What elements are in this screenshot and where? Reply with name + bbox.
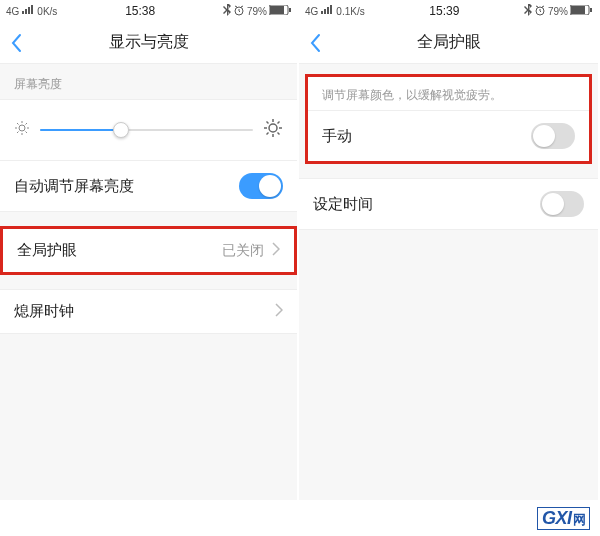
bluetooth-icon (223, 4, 231, 18)
sun-large-icon (263, 118, 283, 142)
eye-care-status: 已关闭 (222, 242, 264, 260)
net-speed: 0.1K/s (336, 6, 364, 17)
page-title: 显示与亮度 (109, 32, 189, 53)
net-type: 4G (305, 6, 318, 17)
auto-brightness-label: 自动调节屏幕亮度 (14, 177, 134, 196)
slider-thumb[interactable] (113, 122, 129, 138)
auto-brightness-row: 自动调节屏幕亮度 (0, 160, 297, 212)
watermark: GXI网 (537, 507, 590, 530)
manual-label: 手动 (322, 127, 352, 146)
svg-rect-3 (289, 8, 291, 12)
svg-line-19 (278, 133, 280, 135)
status-bar: 4G 0K/s 15:38 79% (0, 0, 297, 22)
svg-rect-24 (571, 6, 585, 14)
svg-point-13 (269, 124, 277, 132)
eye-care-row[interactable]: 全局护眼 已关闭 (0, 226, 297, 275)
net-speed: 0K/s (37, 6, 57, 17)
back-button[interactable] (10, 33, 22, 53)
svg-point-4 (19, 125, 25, 131)
page-title: 全局护眼 (417, 32, 481, 53)
svg-line-10 (26, 132, 28, 134)
schedule-label: 设定时间 (313, 195, 373, 214)
svg-line-20 (267, 133, 269, 135)
bluetooth-icon (524, 4, 532, 18)
alarm-icon (534, 4, 546, 18)
svg-line-21 (278, 122, 280, 124)
screen-clock-label: 熄屏时钟 (14, 302, 74, 321)
schedule-row: 设定时间 (299, 178, 598, 230)
chevron-right-icon (272, 242, 280, 259)
battery-icon (269, 5, 291, 17)
sun-small-icon (14, 120, 30, 140)
status-bar: 4G 0.1K/s 15:39 79% (299, 0, 598, 22)
auto-brightness-toggle[interactable] (239, 173, 283, 199)
brightness-section-label: 屏幕亮度 (0, 64, 297, 99)
alarm-icon (233, 4, 245, 18)
screen-clock-row[interactable]: 熄屏时钟 (0, 289, 297, 334)
svg-rect-2 (270, 6, 284, 14)
svg-rect-25 (590, 8, 592, 12)
signal-icon (21, 5, 35, 17)
battery-icon (570, 5, 592, 17)
eye-care-label: 全局护眼 (17, 241, 77, 260)
header: 全局护眼 (299, 22, 598, 64)
schedule-toggle[interactable] (540, 191, 584, 217)
battery-pct: 79% (548, 6, 568, 17)
svg-line-12 (26, 123, 28, 125)
svg-line-9 (17, 123, 19, 125)
eye-care-hint: 调节屏幕颜色，以缓解视觉疲劳。 (308, 77, 589, 110)
brightness-slider[interactable] (40, 129, 253, 131)
screen-display-brightness: 4G 0K/s 15:38 79% (0, 0, 299, 500)
watermark-suffix: 网 (573, 512, 586, 527)
back-button[interactable] (309, 33, 321, 53)
watermark-text: GXI (542, 508, 572, 528)
net-type: 4G (6, 6, 19, 17)
clock: 15:39 (429, 4, 459, 18)
screen-eye-care: 4G 0.1K/s 15:39 79% (299, 0, 598, 500)
manual-row: 手动 (308, 110, 589, 161)
svg-line-11 (17, 132, 19, 134)
manual-group-highlight: 调节屏幕颜色，以缓解视觉疲劳。 手动 (305, 74, 592, 164)
battery-pct: 79% (247, 6, 267, 17)
manual-toggle[interactable] (531, 123, 575, 149)
signal-icon (320, 5, 334, 17)
brightness-slider-row (0, 99, 297, 160)
header: 显示与亮度 (0, 22, 297, 64)
clock: 15:38 (125, 4, 155, 18)
chevron-right-icon (275, 303, 283, 320)
svg-line-18 (267, 122, 269, 124)
